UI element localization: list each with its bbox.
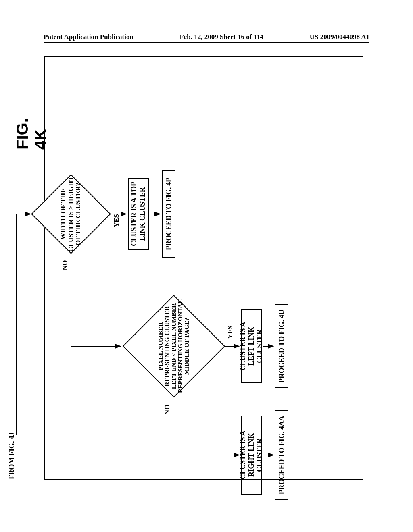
decision2-no-label: NO	[163, 405, 171, 415]
proceed-fig-4p: PROCEED TO FIG. 4P	[162, 170, 175, 258]
proceed-4u-text: PROCEED TO FIG. 4U	[277, 310, 286, 383]
decision-left-end-vs-middle: PIXEL NUMBER REPRESENTING CLUSTER LEFT E…	[121, 294, 226, 399]
process-right-text: CLUSTER IS A RIGHT LINK CLUSTER	[239, 419, 264, 491]
process-right-link-cluster: CLUSTER IS A RIGHT LINK CLUSTER	[241, 416, 262, 495]
proceed-4p-text: PROCEED TO FIG. 4P	[165, 178, 173, 250]
header-rule	[44, 42, 369, 43]
decision1-no-label: NO	[61, 260, 69, 271]
proceed-4aa-text: PROCEED TO FIG. 4AA	[277, 416, 286, 495]
process-left-link-cluster: CLUSTER IS A LEFT LINK CLUSTER	[241, 309, 262, 383]
proceed-fig-4aa: PROCEED TO FIG. 4AA	[275, 410, 288, 500]
decision1-yes-label: YES	[113, 214, 121, 227]
page-header: Patent Application Publication Feb. 12, …	[44, 33, 369, 41]
header-left: Patent Application Publication	[44, 33, 133, 41]
header-right: US 2009/0044098 A1	[310, 33, 369, 41]
decision1-text: WIDTH OF THE CLUSTER IS > HEIGHT OF THE …	[60, 172, 82, 256]
process-left-text: CLUSTER IS A LEFT LINK CLUSTER	[239, 312, 264, 380]
flowchart-stage: FROM FIG. 4J WIDTH OF THE CLUSTER IS > H…	[0, 109, 413, 427]
figure-frame: FROM FIG. 4J WIDTH OF THE CLUSTER IS > H…	[44, 56, 363, 480]
header-center: Feb. 12, 2009 Sheet 16 of 114	[179, 33, 263, 41]
decision-width-vs-height: WIDTH OF THE CLUSTER IS > HEIGHT OF THE …	[31, 172, 111, 256]
process-top-text: CLUSTER IS A TOP LINK CLUSTER	[130, 181, 146, 247]
decision2-yes-label: YES	[226, 326, 234, 339]
from-reference: FROM FIG. 4J	[8, 391, 16, 479]
decision2-text: PIXEL NUMBER REPRESENTING CLUSTER LEFT E…	[157, 294, 190, 399]
process-top-link-cluster: CLUSTER IS A TOP LINK CLUSTER	[128, 178, 149, 250]
proceed-fig-4u: PROCEED TO FIG. 4U	[275, 304, 288, 388]
figure-title: FIG. 4K	[13, 109, 50, 150]
